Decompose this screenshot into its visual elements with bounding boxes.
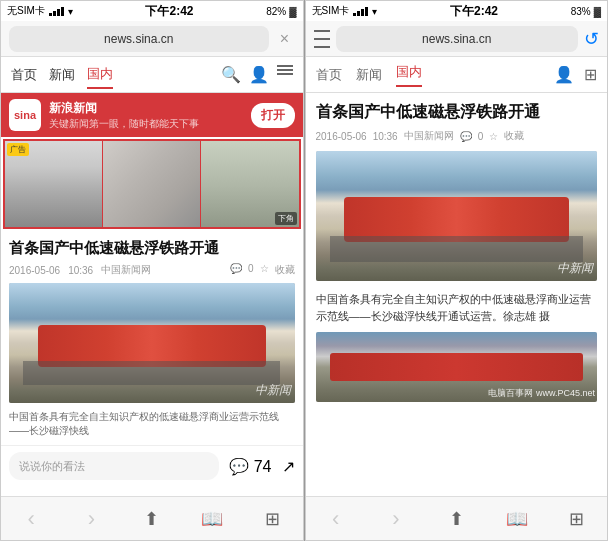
p2-watermark: 中新闻	[557, 260, 593, 277]
status-bar-right: 无SIM卡 ▾ 下午2:42 83% ▓	[306, 1, 608, 21]
forward-button-left[interactable]: ›	[71, 499, 111, 539]
carrier-left: 无SIM卡	[7, 4, 45, 18]
featured-img-2	[102, 141, 200, 227]
menu-icon-left[interactable]	[277, 65, 293, 84]
p2-article-title: 首条国产中低速磁悬浮铁路开通	[306, 93, 608, 127]
user-icon-left[interactable]: 👤	[249, 65, 269, 84]
battery-icon-right: ▓	[594, 6, 601, 17]
share-button-left[interactable]: ⬆	[132, 499, 172, 539]
nav-tab-home[interactable]: 首页	[11, 62, 37, 88]
comment-input-left[interactable]: 说说你的看法	[9, 452, 219, 480]
article-title-left: 首条国产中低速磁悬浮铁路开通	[1, 231, 303, 261]
article-source-left: 中国新闻网	[101, 263, 151, 277]
time-right: 下午2:42	[450, 3, 498, 20]
article-time-left: 10:36	[68, 265, 93, 276]
close-tab-button[interactable]: ×	[275, 30, 295, 48]
share-button-right[interactable]: ⬆	[436, 499, 476, 539]
p2-bookmark[interactable]: 收藏	[504, 129, 524, 143]
bookmark-label-left[interactable]: 收藏	[275, 263, 295, 277]
ad-app-title: 新浪新闻	[49, 100, 243, 117]
phone-left: 无SIM卡 ▾ 下午2:42 82% ▓ news.sina.cn × 首页	[0, 0, 304, 541]
article-date-left: 2016-05-06	[9, 265, 60, 276]
battery-icon-left: ▓	[289, 6, 296, 17]
nav-tabs-left: 首页 新闻 国内 🔍 👤	[1, 57, 303, 93]
share-icon-left[interactable]: ↗	[282, 457, 295, 476]
featured-img-1: 广告	[5, 141, 102, 227]
time-left: 下午2:42	[145, 3, 193, 20]
nav-tab-news[interactable]: 新闻	[49, 62, 75, 88]
url-text-right: news.sina.cn	[422, 32, 491, 46]
p2-time: 10:36	[373, 131, 398, 142]
p2-second-watermark: 电脑百事网 www.PC45.net	[488, 387, 595, 400]
nav-tab-news-right[interactable]: 新闻	[356, 66, 382, 84]
p2-date: 2016-05-06	[316, 131, 367, 142]
ad-label: 广告	[7, 143, 29, 156]
address-bar-right: news.sina.cn ↺	[306, 21, 608, 57]
featured-img-3: 下角	[200, 141, 298, 227]
nav-tab-home-right[interactable]: 首页	[316, 66, 342, 84]
bookmarks-button-left[interactable]: 📖	[192, 499, 232, 539]
phone-right: 无SIM卡 ▾ 下午2:42 83% ▓ news.sina.cn ↺ 首页	[305, 0, 609, 541]
p2-body-text: 中国首条具有完全自主知识产权的中低速磁悬浮商业运营示范线——长沙磁浮快线开通试运…	[306, 287, 608, 328]
carrier-right: 无SIM卡	[312, 4, 350, 18]
sina-logo-icon: sina	[9, 99, 41, 131]
article-caption-left: 中国首条具有完全自主知识产权的低速磁悬浮商业运营示范线——长沙磁浮快线	[1, 407, 303, 441]
comment-bar-left: 说说你的看法 💬 74 ↗	[1, 445, 303, 486]
p2-source: 中国新闻网	[404, 129, 454, 143]
wifi-icon-right: ▾	[372, 6, 377, 17]
battery-percent-left: 82%	[266, 6, 286, 17]
wifi-icon-left: ▾	[68, 6, 73, 17]
content-right: 首条国产中低速磁悬浮铁路开通 2016-05-06 10:36 中国新闻网 💬 …	[306, 93, 608, 496]
comment-count-icon-left[interactable]: 💬 74	[229, 457, 271, 476]
comment-icon-left[interactable]: 💬	[230, 263, 242, 277]
tabs-button-left[interactable]: ⊞	[252, 499, 292, 539]
star-icon-left[interactable]: ☆	[260, 263, 269, 277]
forward-button-right[interactable]: ›	[376, 499, 416, 539]
p2-article-meta: 2016-05-06 10:36 中国新闻网 💬 0 ☆ 收藏	[306, 127, 608, 145]
nav-tab-domestic[interactable]: 国内	[87, 61, 113, 89]
p2-second-image: 电脑百事网 www.PC45.net	[316, 332, 598, 402]
comment-count-left: 0	[248, 263, 254, 277]
tabs-button-right[interactable]: ⊞	[557, 499, 597, 539]
back-button-left[interactable]: ‹	[11, 499, 51, 539]
nav-tabs-right: 首页 新闻 国内 👤 ⊞	[306, 57, 608, 93]
article-meta-left: 2016-05-06 10:36 中国新闻网 💬 0 ☆ 收藏	[1, 261, 303, 279]
bookmarks-button-right[interactable]: 📖	[497, 499, 537, 539]
grid-icon-right[interactable]: ⊞	[584, 65, 597, 84]
hamburger-menu-right[interactable]	[314, 28, 330, 50]
back-button-right[interactable]: ‹	[316, 499, 356, 539]
battery-percent-right: 83%	[571, 6, 591, 17]
p2-star-icon[interactable]: ☆	[489, 131, 498, 142]
status-bar-left: 无SIM卡 ▾ 下午2:42 82% ▓	[1, 1, 303, 21]
reload-button-right[interactable]: ↺	[584, 28, 599, 50]
search-icon-left[interactable]: 🔍	[221, 65, 241, 84]
ad-text-block: 新浪新闻 关键新闻第一眼，随时都能天下事	[49, 100, 243, 131]
article-main-image-left: 中新闻	[9, 283, 295, 403]
ad-open-button[interactable]: 打开	[251, 103, 295, 128]
content-left: sina 新浪新闻 关键新闻第一眼，随时都能天下事 打开 广告 下角 首条国产中…	[1, 93, 303, 496]
url-display-right[interactable]: news.sina.cn	[336, 26, 579, 52]
address-bar-left: news.sina.cn ×	[1, 21, 303, 57]
signal-right	[353, 7, 368, 16]
p2-comment-count: 0	[478, 131, 484, 142]
ad-app-subtitle: 关键新闻第一眼，随时都能天下事	[49, 117, 243, 131]
url-display-left[interactable]: news.sina.cn	[9, 26, 269, 52]
user-icon-right[interactable]: 👤	[554, 65, 574, 84]
nav-tab-domestic-right[interactable]: 国内	[396, 63, 422, 87]
bottom-toolbar-left: ‹ › ⬆ 📖 ⊞	[1, 496, 303, 540]
ad-banner[interactable]: sina 新浪新闻 关键新闻第一眼，随时都能天下事 打开	[1, 93, 303, 137]
p2-main-image: 中新闻	[316, 151, 598, 281]
signal-icon	[49, 7, 64, 16]
watermark-left: 中新闻	[255, 382, 291, 399]
bottom-toolbar-right: ‹ › ⬆ 📖 ⊞	[306, 496, 608, 540]
p2-comment-icon[interactable]: 💬	[460, 131, 472, 142]
url-text-left: news.sina.cn	[104, 32, 173, 46]
featured-image-grid[interactable]: 广告 下角	[3, 139, 301, 229]
featured-overlay-text: 下角	[275, 212, 297, 225]
